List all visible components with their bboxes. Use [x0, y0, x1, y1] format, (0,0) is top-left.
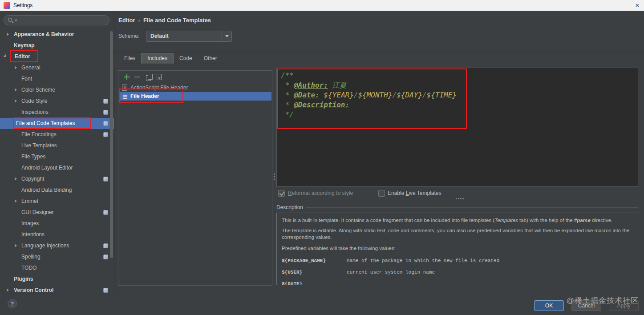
- sidebar-item-intentions[interactable]: Intentions: [0, 229, 114, 240]
- code-line: /**: [281, 71, 638, 81]
- scheme-dropdown-button[interactable]: [222, 31, 231, 41]
- tab-code[interactable]: Code: [174, 53, 198, 64]
- sidebar-item-images[interactable]: Images: [0, 218, 114, 229]
- sidebar-item-gui-designer[interactable]: GUI Designer: [0, 207, 114, 218]
- modified-indicator-icon: [103, 121, 108, 126]
- tab-other[interactable]: Other: [198, 53, 223, 64]
- sidebar-scrollbar[interactable]: [110, 31, 113, 258]
- modified-indicator-icon: [103, 243, 108, 248]
- breadcrumb: Editor›File and Code Templates: [118, 17, 211, 24]
- sidebar-item-keymap[interactable]: Keymap: [0, 40, 114, 51]
- list-item-actionscript-file-header[interactable]: ActionScript File Header: [119, 84, 271, 92]
- modified-indicator-icon: [103, 177, 108, 182]
- collapse-arrow-icon[interactable]: [3, 54, 7, 58]
- expand-arrow-icon[interactable]: [7, 32, 9, 36]
- sidebar-item-android-data-binding[interactable]: Android Data Binding: [0, 185, 114, 196]
- expand-arrow-icon[interactable]: [15, 199, 17, 203]
- description-paragraph: Predefined variables will take the follo…: [282, 245, 633, 252]
- sidebar-item-copyright[interactable]: Copyright: [0, 174, 114, 185]
- variable-row: ${DATE}: [282, 281, 633, 285]
- enable-live-templates-label[interactable]: Enable Live Templates: [388, 190, 441, 197]
- reformat-checkbox-label[interactable]: Reformat according to style: [288, 190, 353, 197]
- enable-live-templates-checkbox[interactable]: [378, 190, 385, 197]
- sidebar-item-live-templates[interactable]: Live Templates: [0, 140, 114, 151]
- settings-search-box[interactable]: [4, 15, 109, 25]
- actionscript-file-icon: [122, 85, 127, 91]
- modified-indicator-icon: [103, 210, 108, 215]
- horizontal-splitter-handle[interactable]: [456, 198, 457, 199]
- separator-line: [114, 52, 644, 52]
- tab-files[interactable]: Files: [118, 53, 141, 64]
- window-title: Settings: [13, 0, 32, 11]
- sidebar-item-appearance-behavior[interactable]: Appearance & Behavior: [0, 29, 114, 40]
- breadcrumb-section[interactable]: Editor: [118, 17, 135, 24]
- copy-template-button[interactable]: [146, 74, 152, 81]
- code-line: * @Description:: [281, 100, 638, 110]
- template-tabs: Files Includes Code Other: [118, 53, 223, 64]
- description-paragraph: The template is editable. Along with sta…: [282, 227, 633, 241]
- sidebar-item-color-scheme[interactable]: Color Scheme: [0, 85, 114, 96]
- expand-arrow-icon[interactable]: [15, 99, 17, 103]
- file-header-icon: [122, 93, 128, 99]
- expand-arrow-icon[interactable]: [15, 244, 17, 247]
- sidebar-item-editor[interactable]: Editor: [0, 51, 114, 62]
- ok-button[interactable]: OK: [534, 300, 564, 311]
- sidebar-item-general[interactable]: General: [0, 62, 114, 73]
- tab-includes[interactable]: Includes: [141, 53, 174, 64]
- watermark-text: @稀土掘金技术社区: [567, 295, 639, 306]
- modified-indicator-icon: [103, 132, 108, 137]
- chevron-down-icon: [225, 35, 229, 37]
- vertical-splitter-handle[interactable]: [274, 174, 275, 175]
- description-paragraph: This is a built-in template. It contains…: [282, 217, 633, 224]
- list-item-file-header[interactable]: File Header: [119, 92, 271, 101]
- help-button[interactable]: ?: [8, 299, 17, 308]
- scheme-dropdown[interactable]: Default: [146, 31, 232, 42]
- breadcrumb-page: File and Code Templates: [143, 17, 211, 24]
- expand-arrow-icon[interactable]: [7, 288, 9, 292]
- sidebar-divider: [114, 11, 114, 294]
- template-code-editor[interactable]: /** * @Author: 江夏 * @Date: ${YEAR}/${MON…: [276, 68, 638, 187]
- code-line: */: [281, 110, 638, 120]
- sidebar-item-file-and-code-templates[interactable]: File and Code Templates: [0, 118, 114, 129]
- sidebar-item-android-layout-editor[interactable]: Android Layout Editor: [0, 162, 114, 174]
- sidebar-item-version-control[interactable]: Version Control: [0, 285, 114, 294]
- remove-template-button[interactable]: [134, 74, 140, 80]
- sidebar-item-emmet[interactable]: Emmet: [0, 196, 114, 207]
- close-icon[interactable]: ×: [632, 0, 643, 11]
- separator-line: [114, 64, 644, 64]
- sidebar-item-todo[interactable]: TODO: [0, 262, 114, 274]
- modified-indicator-icon: [103, 99, 108, 104]
- sidebar-item-file-types[interactable]: File Types: [0, 151, 114, 162]
- variable-row: ${USER} current user system login name: [282, 270, 633, 275]
- sidebar-item-code-style[interactable]: Code Style: [0, 96, 114, 107]
- templates-toolbar: [118, 71, 272, 83]
- reset-template-button[interactable]: [157, 74, 162, 80]
- sidebar-item-spelling[interactable]: Spelling: [0, 251, 114, 262]
- sidebar-item-font[interactable]: Font: [0, 73, 114, 85]
- templates-list-panel: ActionScript File Header File Header: [118, 70, 272, 286]
- variable-row: ${PACKAGE_NAME} name of the package in w…: [282, 258, 633, 263]
- modified-indicator-icon: [103, 110, 108, 115]
- description-panel: This is a built-in template. It contains…: [276, 213, 638, 285]
- code-line: * @Date: ${YEAR}/${MONTH}/${DAY}/${TIME}: [281, 90, 638, 100]
- search-input[interactable]: [19, 16, 106, 24]
- add-template-button[interactable]: [124, 74, 130, 80]
- expand-arrow-icon[interactable]: [15, 88, 17, 92]
- sidebar-item-file-encodings[interactable]: File Encodings: [0, 129, 114, 140]
- title-bar: Settings ×: [0, 0, 644, 11]
- sidebar-item-inspections[interactable]: Inspections: [0, 107, 114, 118]
- settings-dialog: Settings × Appearance & Behavior Keymap …: [0, 0, 644, 315]
- breadcrumb-separator: ›: [135, 17, 143, 24]
- intellij-logo-icon: [4, 2, 10, 9]
- modified-indicator-icon: [103, 288, 108, 293]
- expand-arrow-icon[interactable]: [15, 66, 17, 69]
- sidebar-item-plugins[interactable]: Plugins: [0, 274, 114, 285]
- expand-arrow-icon[interactable]: [15, 177, 17, 181]
- settings-sidebar: Appearance & Behavior Keymap Editor Gene…: [0, 11, 114, 294]
- search-icon: [8, 18, 12, 22]
- search-options-caret-icon[interactable]: [15, 20, 17, 21]
- dialog-footer: ? OK Cancel Apply @稀土掘金技术社区: [0, 294, 644, 315]
- reformat-checkbox[interactable]: [278, 190, 285, 197]
- code-line: * @Author: 江夏: [281, 81, 638, 90]
- sidebar-item-language-injections[interactable]: Language Injections: [0, 240, 114, 251]
